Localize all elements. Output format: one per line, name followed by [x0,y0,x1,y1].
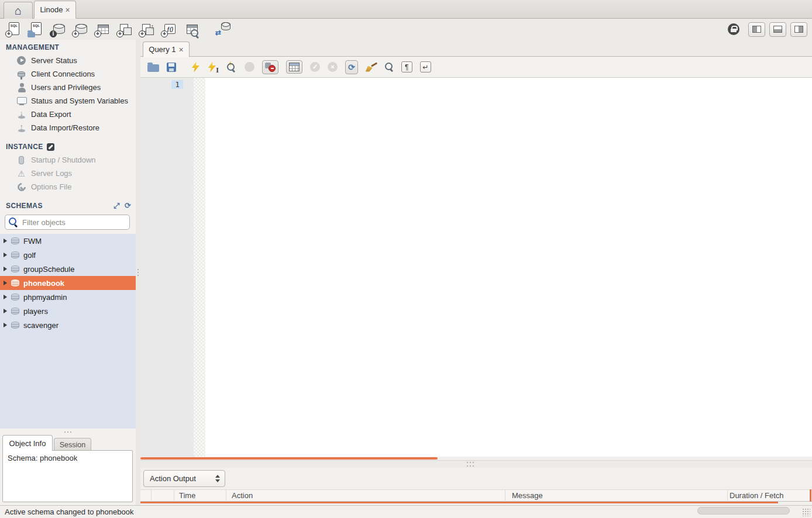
create-table-button[interactable]: + [94,22,111,37]
line-number-gutter: 1 [140,78,194,457]
tab-object-info[interactable]: Object Info [2,435,53,451]
bottom-panel-icon [773,26,782,33]
output-view-selector[interactable]: Action Output [143,470,225,487]
sidebar-item-startup-shutdown[interactable]: Startup / Shutdown [0,153,136,167]
create-procedure-button[interactable]: ↑ + [138,22,156,37]
expander-icon[interactable] [4,253,7,257]
wrap-text-button[interactable]: ↵ [420,61,431,72]
startup-shutdown-icon [16,155,26,165]
users-icon [16,82,26,92]
save-script-button[interactable] [167,63,176,72]
ssl-lock-icon [728,23,739,35]
expander-icon[interactable] [4,323,7,327]
create-schema-button[interactable]: + [71,22,89,37]
sidebar-item-data-import[interactable]: ↑ Data Import/Restore [0,121,136,134]
expand-panel-icon[interactable]: ⤢ [113,201,120,210]
sidebar-item-server-status[interactable]: Server Status [0,54,136,67]
schema-icon [11,251,19,258]
pilcrow-icon: ¶ [405,63,408,71]
create-function-button[interactable]: ƒ() + [160,22,178,37]
server-icon [221,22,230,30]
connection-tab-bar: ⌂ Linode × [0,0,812,19]
close-icon[interactable]: × [65,6,70,14]
explain-button[interactable] [226,62,237,72]
sidebar-item-client-connections[interactable]: Client Connections [0,67,136,81]
toggle-bottom-panel-button[interactable] [769,22,786,37]
main-toolbar: SQL + SQL i + + + ↑ + ƒ() + [0,19,812,40]
stop-on-error-icon [265,63,276,72]
sidebar-splitter-handle[interactable] [0,429,136,435]
schema-row-fwm[interactable]: FWM [0,234,136,248]
object-info-panel: Schema: phonebook [2,450,133,502]
schema-row-phonebook[interactable]: phonebook [0,276,136,290]
left-panel-icon [752,26,761,33]
open-sql-script-button[interactable]: SQL [27,22,44,37]
result-grid-icon [289,63,300,71]
plus-badge-icon: + [116,30,123,37]
limit-rows-button[interactable] [286,60,302,74]
toggle-left-panel-button[interactable] [748,22,765,37]
invisible-characters-button[interactable]: ¶ [401,61,412,72]
toggle-autocommit-button[interactable]: ⟳ [345,60,358,74]
schema-icon [11,237,19,244]
sidebar-item-options-file[interactable]: Options File [0,180,136,194]
reconnect-server-button[interactable]: ⇄ [215,22,233,37]
output-hscrollbar-thumb[interactable] [697,507,790,514]
expander-icon[interactable] [4,281,7,285]
expander-icon[interactable] [4,239,7,243]
close-icon[interactable]: × [179,46,184,54]
expander-icon[interactable] [4,295,7,299]
folder-icon [27,32,35,37]
tab-session[interactable]: Session [54,438,91,451]
schema-row-golf[interactable]: golf [0,248,136,262]
sidebar-item-users-privileges[interactable]: Users and Privileges [0,81,136,94]
rollback-button: × [328,62,338,72]
inspect-database-button[interactable]: i [49,22,67,37]
expander-icon[interactable] [4,309,7,313]
editor-hscrollbar-thumb[interactable] [140,457,438,460]
search-table-data-button[interactable] [183,22,200,37]
schema-row-scavenger[interactable]: scavenger [0,318,136,332]
plus-badge-icon: + [139,30,146,37]
commit-button: ✓ [310,62,320,72]
sidebar-item-data-export[interactable]: ↓ Data Export [0,108,136,121]
create-view-button[interactable]: + [116,22,133,37]
output-splitter-handle[interactable] [140,460,812,468]
sql-editor[interactable]: 1 [140,78,812,457]
find-button[interactable] [385,63,394,71]
column-action: Action [232,491,253,500]
sidebar-item-server-logs[interactable]: ⚠ Server Logs [0,167,136,180]
toggle-stop-on-error-button[interactable] [262,60,278,74]
toggle-right-panel-button[interactable] [790,22,807,37]
sidebar-item-system-variables[interactable]: Status and System Variables [0,94,136,108]
schema-filter [5,215,130,230]
data-import-icon: ↑ [16,123,26,133]
open-file-button[interactable] [147,64,159,72]
schema-row-players[interactable]: players [0,304,136,318]
schema-tree: FWM golf groupSchedule phonebook phpmyad [0,234,136,429]
system-variables-icon [16,96,26,106]
new-sql-tab-button[interactable]: SQL + [5,22,22,37]
tab-query-1[interactable]: Query 1 × [143,42,190,57]
search-icon [191,29,199,38]
plus-badge-icon: + [72,30,79,37]
output-vscroll-accent [810,489,811,502]
schema-row-groupschedule[interactable]: groupSchedule [0,262,136,276]
editor-region: Query 1 × I ✓ × [140,40,812,505]
status-bar: Active schema changed to phonebook [0,505,812,518]
expander-icon[interactable] [4,267,7,271]
connection-tab-label: Linode [40,5,63,14]
schema-row-phpmyadmin[interactable]: phpmyadmin [0,290,136,304]
schema-filter-input[interactable] [5,215,130,230]
connection-tab-linode[interactable]: Linode × [34,1,76,19]
stop-query-button [245,62,254,72]
plus-badge-icon: + [5,30,12,37]
beautify-sql-button[interactable] [366,63,377,72]
resize-grip[interactable] [802,508,810,516]
execute-button[interactable] [192,62,199,72]
home-tab[interactable]: ⌂ [4,2,33,19]
execute-current-statement-button[interactable]: I [207,61,219,73]
refresh-icon[interactable]: ⟳ [125,201,131,210]
autocommit-icon: ⟳ [348,63,355,72]
main-splitter-handle[interactable] [136,40,140,505]
